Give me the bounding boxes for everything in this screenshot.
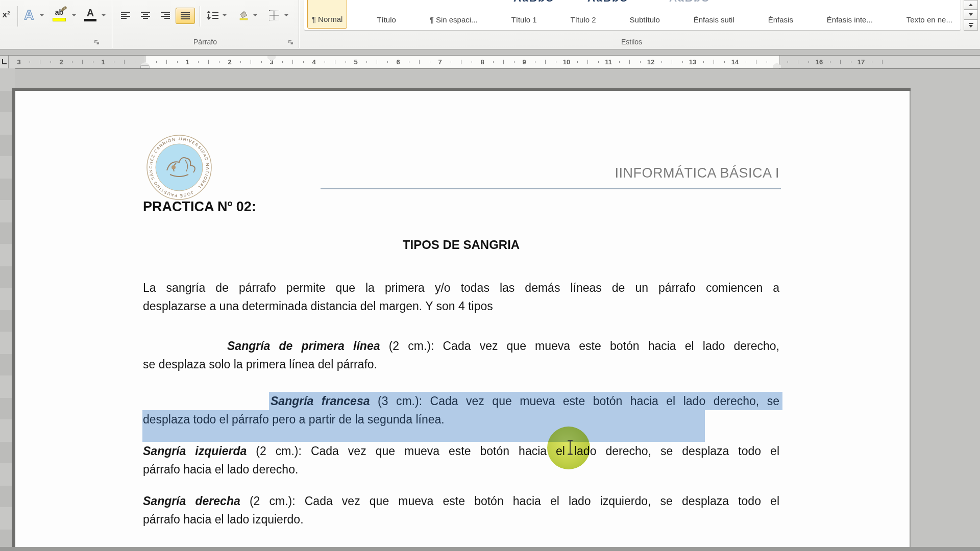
style-item-texto-en-negrita[interactable]: Texto en ne... (902, 0, 957, 29)
style-item-titulo[interactable]: Título (373, 0, 400, 29)
align-left-button[interactable] (117, 8, 134, 22)
text-cursor-ibeam-icon (567, 440, 574, 455)
header-course-title: IINFORMÁTICA BÁSICA I (322, 165, 779, 181)
styles-scroll-down-button[interactable] (964, 10, 978, 19)
style-item-titulo-1[interactable]: Título 1 (507, 0, 541, 29)
ruler-mark: 13 (689, 56, 696, 68)
font-color-bar (84, 19, 96, 21)
ruler-mark: 7 (438, 56, 442, 68)
ruler-mark: 3 (17, 56, 20, 68)
ruler-mark: 12 (647, 56, 654, 68)
style-item-enfasis[interactable]: Énfasis (764, 0, 797, 29)
justify-icon (180, 12, 190, 20)
ruler-mark: 17 (857, 56, 865, 68)
styles-more-button[interactable] (964, 19, 978, 31)
ribbon-group-paragraph: Párrafo (112, 0, 299, 48)
ruler-mark: 14 (731, 56, 739, 68)
university-logo: UNIVERSIDAD NACIONAL · JOSÉ FAUSTINO SÁN… (145, 134, 213, 201)
borders-dropdown-icon[interactable] (284, 14, 288, 16)
ruler-mark: 16 (816, 56, 823, 68)
align-right-icon (160, 11, 170, 19)
ruler-mark: 1 (101, 56, 105, 68)
paragraph-dialog-launcher-icon[interactable] (287, 39, 295, 46)
document-title: TIPOS DE SANGRIA (143, 238, 779, 252)
paragraph-francesa: Sangría francesa (3 cm.): Cada vez que m… (143, 392, 779, 429)
align-left-icon (120, 11, 131, 19)
paragraph-primera-linea: Sangría de primera línea (2 cm.): Cada v… (143, 337, 779, 373)
document-page[interactable]: UNIVERSIDAD NACIONAL · JOSÉ FAUSTINO SÁN… (15, 91, 910, 551)
line-spacing-button[interactable] (204, 8, 221, 22)
style-item-titulo-2[interactable]: Título 2 (567, 0, 600, 29)
styles-group-label: Estilos (299, 38, 965, 46)
font-color-dropdown-icon[interactable] (102, 14, 106, 16)
intro-line-2: desplazarse a una determinada distancia … (143, 297, 779, 315)
ruler-mark: 10 (563, 56, 570, 68)
superscript-icon: x² (2, 10, 10, 20)
align-right-button[interactable] (157, 8, 174, 22)
paint-bucket-icon (238, 10, 249, 21)
tab-selector[interactable] (0, 56, 9, 68)
pilcrow-icon: ¶ (430, 15, 434, 24)
paragraph-izquierda: Sangría izquierda (2 cm.): Cada vez que … (143, 442, 779, 479)
shading-dropdown-icon[interactable] (253, 14, 257, 16)
borders-button[interactable] (266, 8, 282, 22)
selection-highlight (142, 429, 705, 442)
ruler-mark: 9 (522, 56, 526, 68)
intro-line-1: La sangría de párrafo permite que la pri… (143, 279, 779, 297)
horizontal-ruler[interactable]: 3 2 1 1 2 3 4 5 6 7 8 9 10 11 12 13 14 1… (0, 55, 980, 69)
align-center-icon (140, 11, 151, 19)
left-tab-icon (2, 59, 7, 64)
style-item-enfasis-intenso[interactable]: Énfasis inte... (823, 0, 877, 29)
left-indent-marker[interactable] (141, 66, 149, 68)
font-dialog-launcher-icon[interactable] (93, 39, 101, 46)
ruler-mark: 2 (228, 56, 231, 68)
intro-paragraph: La sangría de párrafo permite que la pri… (143, 279, 779, 315)
ribbon-group-styles: AaBbC AaBbC AaBbC ¶ Normal Título ¶ Sin … (299, 0, 980, 48)
ruler-mark: 5 (354, 56, 357, 68)
align-center-button[interactable] (137, 8, 154, 22)
pilcrow-icon: ¶ (312, 15, 316, 23)
word-window: x² A ab ✎ A (0, 0, 980, 551)
ruler-mark: 2 (59, 56, 63, 68)
borders-grid-icon (269, 10, 279, 20)
text-effects-dropdown-icon[interactable] (40, 14, 44, 16)
styles-scroll-up-button[interactable] (964, 0, 978, 10)
paragraph-group-label: Párrafo (112, 38, 299, 46)
shading-button[interactable] (236, 8, 251, 22)
highlight-dropdown-icon[interactable] (72, 14, 76, 16)
text-effects-button[interactable]: A (20, 5, 38, 24)
justify-button[interactable] (176, 8, 195, 24)
font-color-button[interactable]: A (81, 5, 100, 24)
ruler-mark: 6 (396, 56, 400, 68)
bottom-edge-strip (0, 547, 980, 551)
ruler-mark: 11 (605, 56, 612, 68)
line-spacing-icon (207, 11, 218, 20)
text-effects-icon: A (24, 7, 34, 23)
style-item-subtitulo[interactable]: Subtítulo (626, 0, 664, 29)
line-spacing-dropdown-icon[interactable] (223, 14, 227, 16)
style-item-normal[interactable]: ¶ Normal (307, 0, 347, 29)
paragraph-derecha: Sangría derecha (2 cm.): Cada vez que mu… (143, 492, 779, 529)
header-rule (321, 188, 781, 189)
ribbon: x² A ab ✎ A (0, 0, 980, 50)
ruler-mark: 8 (480, 56, 484, 68)
style-item-enfasis-sutil[interactable]: Énfasis sutil (690, 0, 739, 29)
highlight-color-bar (53, 18, 66, 21)
ribbon-group-font: x² A ab ✎ A (0, 0, 112, 48)
font-color-letter: A (87, 8, 94, 17)
practice-title: PRACTICA Nº 02: (143, 199, 256, 215)
styles-gallery: AaBbC AaBbC AaBbC ¶ Normal Título ¶ Sin … (304, 0, 961, 31)
highlight-color-button[interactable]: ab ✎ (49, 5, 69, 24)
ruler-mark: 1 (185, 56, 189, 68)
style-item-sin-espaciado[interactable]: ¶ Sin espaci... (426, 0, 482, 29)
ruler-mark: 4 (312, 56, 315, 68)
superscript-button[interactable]: x² (0, 7, 14, 22)
highlighter-pen-icon: ✎ (59, 5, 67, 12)
ruler-tick-dots (30, 61, 887, 63)
